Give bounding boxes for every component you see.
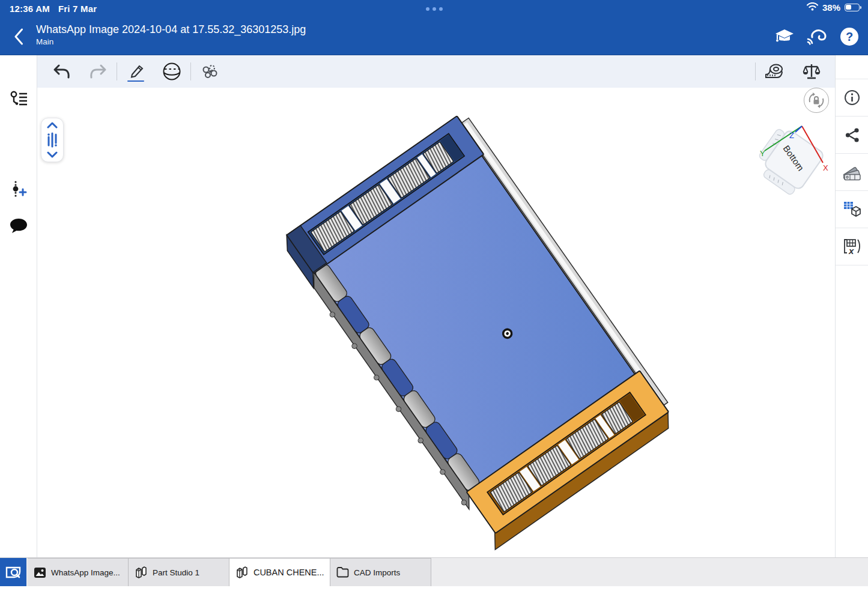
info-icon (844, 89, 860, 106)
chevron-left-icon (14, 28, 23, 45)
back-button[interactable] (8, 26, 29, 47)
part-model (37, 88, 835, 557)
redo-icon (89, 64, 107, 79)
variable-table-icon: x (843, 238, 861, 255)
variables-panel-button[interactable]: x (836, 228, 868, 265)
add-feature-button[interactable] (0, 174, 37, 205)
graduation-cap-icon (774, 28, 795, 46)
tab-label: CAD Imports (354, 568, 400, 577)
tab-whatsapp-image[interactable]: WhatsApp Image... (28, 558, 129, 587)
undo-icon (53, 64, 71, 79)
tab-label: Part Studio 1 (153, 568, 199, 577)
measure-tape-icon (764, 63, 785, 80)
rollback-down-button[interactable] (47, 151, 58, 158)
parts-cluster-button[interactable] (196, 59, 223, 84)
onshape-app: 12:36 AM Fri 7 Mar 38% WhatsApp Image 20… (0, 0, 868, 603)
battery-icon (845, 4, 860, 11)
axis-z-label: Z (789, 131, 794, 140)
follow-mode-button[interactable] (806, 25, 828, 48)
status-bar: 12:36 AM Fri 7 Mar 38% (0, 0, 868, 18)
svg-text:x: x (848, 245, 854, 255)
part-studio-icon (135, 566, 148, 579)
configuration-table-cube-icon (843, 201, 861, 218)
balance-scale-icon (803, 63, 821, 80)
multitask-indicator-icon (0, 7, 868, 11)
document-title: WhatsApp Image 2024-10-04 at 17.55.32_36… (36, 22, 306, 37)
rotation-lock-button[interactable] (804, 88, 829, 113)
sketch-tool-button[interactable] (122, 59, 150, 84)
viewport-3d[interactable] (37, 88, 835, 557)
appearance-panel-button[interactable] (836, 154, 868, 191)
comment-icon (9, 217, 28, 234)
axis-y-label: Y (760, 149, 765, 158)
measure-button[interactable] (760, 59, 788, 84)
tab-bar: WhatsApp Image... Part Studio 1 CUBAN CH… (0, 557, 868, 586)
tab-cuban-chene[interactable]: CUBAN CHENE... (229, 558, 330, 587)
question-mark-icon: ? (840, 28, 858, 46)
toolbar (37, 55, 835, 88)
tab-part-studio-1[interactable]: Part Studio 1 (129, 558, 229, 587)
tab-cad-imports[interactable]: CAD Imports (330, 558, 431, 587)
axis-x-label: X (823, 163, 828, 172)
undo-button[interactable] (48, 59, 76, 84)
wifi-icon (807, 2, 818, 13)
cast-icon (806, 28, 828, 46)
share-panel-button[interactable] (836, 117, 868, 154)
left-sidebar (0, 55, 37, 557)
parts-cluster-icon (200, 63, 219, 80)
rollback-slider-handle[interactable] (46, 132, 58, 148)
part-studio-icon (235, 566, 249, 579)
image-file-icon (34, 567, 46, 578)
learning-center-button[interactable] (773, 25, 796, 48)
redo-button[interactable] (84, 59, 112, 84)
info-panel-button[interactable] (836, 79, 868, 117)
battery-percent: 38% (822, 2, 840, 13)
tab-label: WhatsApp Image... (51, 568, 120, 577)
rollback-up-button[interactable] (47, 122, 58, 129)
tab-search-icon (5, 565, 21, 580)
share-icon (845, 127, 860, 143)
home-bar-strip (0, 586, 868, 603)
right-sidebar: x (835, 55, 868, 557)
comments-button[interactable] (0, 210, 37, 241)
title-bar: WhatsApp Image 2024-10-04 at 17.55.32_36… (0, 18, 868, 55)
tab-label: CUBAN CHENE... (253, 568, 324, 577)
pencil-icon (127, 64, 144, 79)
help-button[interactable]: ? (838, 25, 861, 48)
feature-list-button[interactable] (0, 83, 37, 114)
feature-list-icon (9, 89, 28, 108)
tab-manager-button[interactable] (0, 558, 26, 587)
sphere-icon (162, 62, 181, 81)
sphere-tool-button[interactable] (158, 59, 186, 84)
folder-icon (336, 567, 349, 578)
rollback-control (41, 118, 64, 162)
configurations-panel-button[interactable] (836, 191, 868, 228)
add-feature-icon (10, 180, 28, 199)
rotation-lock-icon (807, 91, 825, 109)
mass-properties-button[interactable] (798, 59, 825, 84)
appearance-swatches-icon (843, 164, 861, 181)
view-cube[interactable]: Bottom Y X Z (754, 117, 834, 196)
workspace-name: Main (36, 37, 306, 47)
